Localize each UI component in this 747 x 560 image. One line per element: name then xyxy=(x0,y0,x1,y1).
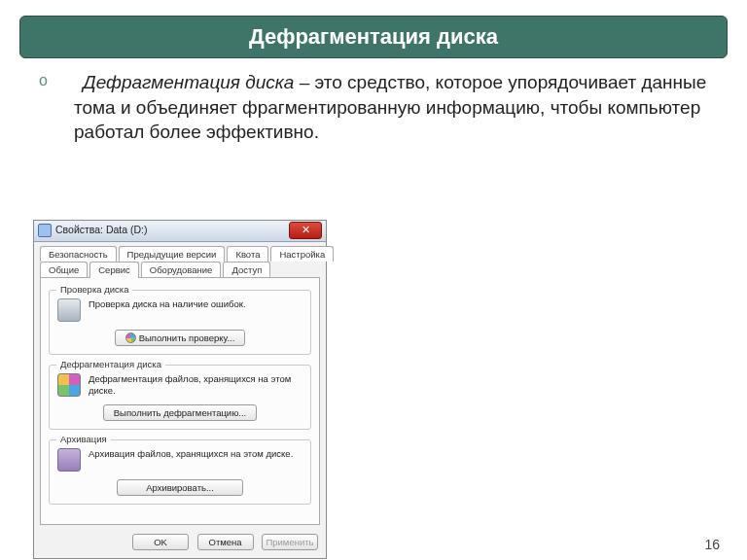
tabstrip: Безопасность Предыдущие версии Квота Нас… xyxy=(34,242,326,278)
tab-previous-versions[interactable]: Предыдущие версии xyxy=(119,246,226,262)
group-title-defrag: Дефрагментация диска xyxy=(56,359,165,369)
tab-settings[interactable]: Настройка xyxy=(270,246,334,262)
tab-hardware[interactable]: Оборудование xyxy=(141,262,222,277)
run-defrag-button[interactable]: Выполнить дефрагментацию... xyxy=(103,404,257,421)
disk-icon xyxy=(57,298,81,322)
dialog-titlebar: Свойства: Data (D:) ✕ xyxy=(34,221,326,242)
group-defrag: Дефрагментация диска Дефрагментация файл… xyxy=(49,365,311,430)
tab-tools[interactable]: Сервис xyxy=(89,262,139,278)
defrag-text: Дефрагментация файлов, хранящихся на это… xyxy=(89,373,302,397)
properties-dialog: Свойства: Data (D:) ✕ Безопасность Преды… xyxy=(33,220,327,559)
apply-button[interactable]: Применить xyxy=(262,534,318,550)
slide-body: o Дефрагментация диска – это средство, к… xyxy=(39,70,708,145)
run-archive-button[interactable]: Архивировать... xyxy=(117,479,243,496)
tab-general[interactable]: Общие xyxy=(40,262,88,277)
tab-sharing[interactable]: Доступ xyxy=(223,262,270,277)
defrag-icon xyxy=(57,373,81,397)
dialog-system-icon xyxy=(38,224,52,237)
archive-icon xyxy=(57,448,81,472)
tab-quota[interactable]: Квота xyxy=(227,246,268,262)
archive-text: Архивация файлов, хранящихся на этом дис… xyxy=(89,448,293,460)
close-icon: ✕ xyxy=(302,224,310,235)
close-button[interactable]: ✕ xyxy=(289,222,322,239)
check-text: Проверка диска на наличие ошибок. xyxy=(89,298,246,310)
cancel-button[interactable]: Отмена xyxy=(197,534,254,550)
group-archive: Архивация Архивация файлов, хранящихся н… xyxy=(49,439,311,505)
run-check-button[interactable]: Выполнить проверку... xyxy=(115,330,246,346)
page-number: 16 xyxy=(704,537,720,552)
dialog-footer: OK Отмена Применить xyxy=(34,532,326,558)
group-title-check: Проверка диска xyxy=(56,284,132,295)
slide-title: Дефрагментация диска xyxy=(249,24,498,49)
definition-term: Дефрагментация диска xyxy=(83,72,294,92)
group-check-disk: Проверка диска Проверка диска на наличие… xyxy=(49,290,311,355)
tab-security[interactable]: Безопасность xyxy=(40,246,117,262)
tab-panel-tools: Проверка диска Проверка диска на наличие… xyxy=(40,277,320,525)
slide-title-bar: Дефрагментация диска xyxy=(19,16,728,58)
shield-icon xyxy=(125,332,136,343)
dialog-title: Свойства: Data (D:) xyxy=(55,224,148,235)
bullet-marker: o xyxy=(56,70,84,91)
ok-button[interactable]: OK xyxy=(132,534,189,550)
group-title-archive: Архивация xyxy=(56,434,111,444)
